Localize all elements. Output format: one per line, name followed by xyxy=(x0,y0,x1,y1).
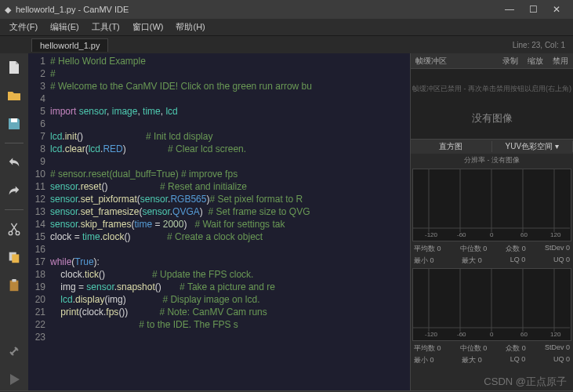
redo-button[interactable] xyxy=(3,180,25,201)
editor-tab-bar: helloworld_1.py Line: 23, Col: 1 xyxy=(0,36,573,53)
menu-help[interactable]: 帮助(H) xyxy=(169,20,211,34)
menu-bar: 文件(F) 编辑(E) 工具(T) 窗口(W) 帮助(H) xyxy=(0,19,573,36)
no-image-label: 没有图像 xyxy=(472,111,513,125)
close-button[interactable]: ✕ xyxy=(545,4,568,15)
record-button[interactable]: 录制 xyxy=(498,54,523,68)
hist-stats-2: 平均数 0中位数 0众数 0StDev 0 xyxy=(411,343,573,354)
svg-text:0: 0 xyxy=(490,231,494,238)
svg-text:-60: -60 xyxy=(457,331,466,338)
menu-tools[interactable]: 工具(T) xyxy=(85,20,126,34)
maximize-button[interactable]: ☐ xyxy=(521,4,545,15)
svg-text:-120: -120 xyxy=(425,231,438,238)
fb-hint: 帧缓冲区已禁用 - 再次单击禁用按钮以启用(右上角) xyxy=(411,82,573,96)
code-editor[interactable]: 1234567891011121314151617181920212223 # … xyxy=(28,53,410,390)
svg-point-1 xyxy=(9,231,13,235)
svg-text:0: 0 xyxy=(490,331,494,338)
hist-stats-1: 平均数 0中位数 0众数 0StDev 0 xyxy=(411,243,573,255)
hist-stats-1b: 最小 0最大 0LQ 0UQ 0 xyxy=(411,255,573,267)
histogram-y: -120-60060120 xyxy=(412,169,571,241)
resolution-label: 分辨率 - 没有图像 xyxy=(411,154,573,167)
cut-button[interactable] xyxy=(3,218,25,240)
new-file-button[interactable] xyxy=(3,56,25,78)
svg-rect-4 xyxy=(12,254,19,263)
svg-text:120: 120 xyxy=(550,331,561,338)
svg-text:60: 60 xyxy=(520,331,528,338)
line-gutter: 1234567891011121314151617181920212223 xyxy=(28,53,50,390)
copy-button[interactable] xyxy=(3,246,25,268)
svg-point-2 xyxy=(16,231,20,235)
svg-text:120: 120 xyxy=(550,231,561,238)
connect-button[interactable] xyxy=(3,340,25,362)
save-button[interactable] xyxy=(3,113,25,135)
framebuffer-tab[interactable]: 帧缓冲区 xyxy=(411,54,452,68)
zoom-button[interactable]: 缩放 xyxy=(523,54,548,68)
app-icon: ◆ xyxy=(5,5,11,15)
menu-file[interactable]: 文件(F) xyxy=(3,20,44,34)
svg-text:-120: -120 xyxy=(425,331,438,338)
menu-window[interactable]: 窗口(W) xyxy=(126,20,170,34)
disable-button[interactable]: 禁用 xyxy=(548,54,573,68)
undo-button[interactable] xyxy=(3,151,25,173)
framebuffer-view: 帧缓冲区已禁用 - 再次单击禁用按钮以启用(右上角) 没有图像 xyxy=(411,69,573,140)
colorspace-dropdown[interactable]: YUV色彩空间 ▾ xyxy=(492,141,574,152)
window-title: helloworld_1.py - CanMV IDE xyxy=(16,5,129,14)
title-bar: ◆ helloworld_1.py - CanMV IDE — ☐ ✕ xyxy=(0,0,573,19)
svg-text:60: 60 xyxy=(520,231,528,238)
svg-rect-0 xyxy=(11,118,17,122)
tab-file[interactable]: helloworld_1.py xyxy=(31,38,108,52)
svg-rect-5 xyxy=(10,281,19,292)
histogram-tab[interactable]: 直方图 xyxy=(411,141,492,152)
right-panel: 帧缓冲区 录制 缩放 禁用 帧缓冲区已禁用 - 再次单击禁用按钮以启用(右上角)… xyxy=(410,53,573,390)
svg-text:-60: -60 xyxy=(457,231,466,238)
menu-edit[interactable]: 编辑(E) xyxy=(44,20,85,34)
editor-pane: 1234567891011121314151617181920212223 # … xyxy=(28,53,410,390)
line-col-indicator: Line: 23, Col: 1 xyxy=(513,41,565,49)
code-content[interactable]: # Hello World Example## Welcome to the C… xyxy=(50,53,410,390)
histogram-u: -120-60060120 xyxy=(412,268,571,341)
left-toolbar xyxy=(0,53,28,390)
open-file-button[interactable] xyxy=(3,85,25,107)
hist-stats-2b: 最小 0最大 0LQ 0UQ 0 xyxy=(411,354,573,366)
run-button[interactable] xyxy=(3,368,25,390)
paste-button[interactable] xyxy=(3,274,25,296)
svg-rect-6 xyxy=(12,279,16,282)
minimize-button[interactable]: — xyxy=(498,4,521,15)
